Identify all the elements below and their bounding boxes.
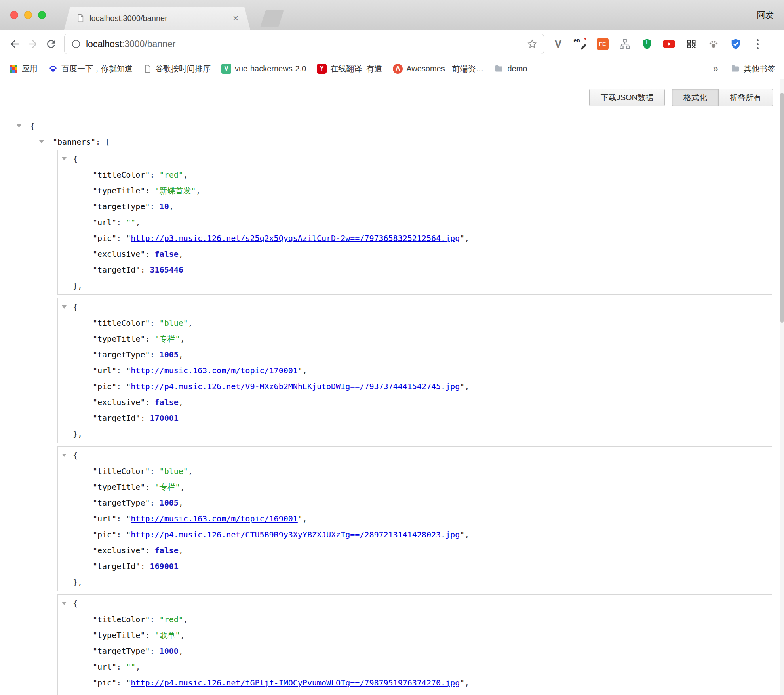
page-icon	[143, 65, 152, 73]
extension-paw-button[interactable]	[706, 36, 721, 52]
bookmark-apps[interactable]: 应用	[9, 63, 38, 74]
json-line: "targetType": 1000,	[58, 643, 772, 659]
window-close-button[interactable]	[10, 11, 18, 19]
kebab-menu-icon	[757, 39, 759, 49]
json-array-item: {"titleColor": "red","typeTitle": "歌单","…	[57, 594, 772, 695]
json-url-link[interactable]: http://p4.music.126.net/V9-MXz6b2MNhEKju…	[131, 382, 460, 391]
json-url-link[interactable]: http://music.163.com/m/topic/170001	[131, 366, 297, 375]
back-button[interactable]	[6, 35, 24, 53]
bookmark-label: demo	[507, 64, 527, 73]
json-line: "pic": "http://p4.music.126.net/CTU5B9R9…	[58, 527, 772, 542]
json-line: "titleColor": "blue",	[58, 315, 772, 331]
json-line: "pic": "http://p4.music.126.net/tGPljf-I…	[58, 675, 772, 691]
browser-menu-button[interactable]	[750, 36, 765, 52]
json-actions-bar: 下载JSON数据 格式化 折叠所有	[0, 79, 784, 106]
collapse-all-button[interactable]: 折叠所有	[718, 89, 773, 106]
json-line: "exclusive": false,	[58, 542, 772, 558]
extension-translate-button[interactable]: en	[573, 36, 588, 52]
forward-button[interactable]	[24, 35, 42, 53]
json-line: "url": "",	[58, 659, 772, 675]
extension-fe-button[interactable]: FE	[595, 36, 610, 52]
extension-shield-t-button[interactable]: T	[639, 36, 654, 52]
paw-icon	[708, 38, 719, 50]
reload-button[interactable]	[42, 35, 60, 53]
baidu-paw-icon	[48, 64, 58, 73]
url-bar[interactable]: localhost:3000/banner	[64, 34, 544, 54]
reload-icon	[45, 38, 57, 50]
url-host: localhost	[86, 39, 122, 49]
json-line: "url": "",	[58, 214, 772, 230]
collapse-triangle-icon[interactable]	[62, 157, 67, 160]
extension-vimium-button[interactable]: V	[551, 36, 565, 52]
download-json-button[interactable]: 下载JSON数据	[589, 89, 665, 106]
extension-shield-check-button[interactable]	[728, 36, 743, 52]
json-line: "titleColor": "blue",	[58, 463, 772, 479]
json-line: "typeTitle": "专栏",	[58, 479, 772, 495]
tab-title: localhost:3000/banner	[89, 14, 228, 23]
tab-bar: localhost:3000/banner × 阿发	[0, 0, 784, 30]
json-url-link[interactable]: http://music.163.com/m/topic/169001	[131, 514, 297, 523]
page-favicon-icon	[76, 14, 85, 23]
page-info-icon[interactable]	[71, 39, 81, 49]
json-line: "targetType": 10,	[58, 199, 772, 214]
en-translate-icon: en	[574, 37, 587, 51]
collapse-triangle-icon[interactable]	[62, 305, 67, 309]
window-controls	[10, 11, 46, 19]
format-button[interactable]: 格式化	[672, 89, 719, 106]
json-line: "titleColor": "red",	[58, 611, 772, 627]
blue-shield-icon	[730, 38, 742, 50]
new-tab-button[interactable]	[260, 10, 284, 27]
json-url-link[interactable]: http://p3.music.126.net/s25q2x5QyqsAzilC…	[131, 233, 460, 243]
scrollbar-thumb[interactable]	[780, 93, 784, 323]
extensions-row: V en FE T	[551, 36, 765, 52]
json-line: "typeTitle": "专栏",	[58, 331, 772, 347]
extension-orgchart-button[interactable]	[617, 36, 632, 52]
collapse-triangle-icon[interactable]	[62, 454, 67, 457]
bookmark-demo-folder[interactable]: demo	[494, 64, 527, 73]
json-line: {	[58, 596, 772, 611]
json-url-link[interactable]: http://p4.music.126.net/tGPljf-IMOCyPvum…	[131, 678, 460, 687]
bookmark-label: 百度一下，你就知道	[61, 63, 133, 74]
collapse-triangle-icon[interactable]	[62, 602, 67, 605]
url-path: :3000/banner	[122, 39, 176, 49]
other-bookmarks[interactable]: 其他书签	[731, 63, 775, 74]
browser-tab[interactable]: localhost:3000/banner ×	[64, 7, 250, 30]
tab-close-icon[interactable]: ×	[233, 13, 238, 23]
json-line: },	[58, 574, 772, 590]
extension-qr-button[interactable]	[684, 36, 698, 52]
bookmark-vue-hackernews[interactable]: V vue-hackernews-2.0	[221, 64, 306, 74]
json-line: "titleColor": "red",	[58, 167, 772, 183]
youdao-icon: Y	[317, 64, 327, 74]
bookmark-star-icon[interactable]	[527, 39, 537, 49]
json-line: "exclusive": false,	[58, 691, 772, 695]
scrollbar-track[interactable]	[780, 79, 784, 695]
json-line: "targetId": 169001	[58, 558, 772, 574]
json-line: "exclusive": false,	[58, 394, 772, 410]
apps-grid-icon	[9, 64, 18, 73]
green-shield-icon: T	[641, 38, 653, 50]
json-line: "targetType": 1005,	[58, 495, 772, 511]
bookmark-youdao-translate[interactable]: Y 在线翻译_有道	[317, 63, 382, 74]
json-url-link[interactable]: http://p4.music.126.net/CTU5B9R9y3XyYBZX…	[131, 530, 460, 539]
json-line: "typeTitle": "新碟首发",	[58, 183, 772, 199]
bookmarks-bar: 应用 百度一下，你就知道 谷歌按时间排序 V vue-hackernews-2.…	[0, 58, 784, 79]
folder-icon	[731, 64, 740, 73]
collapse-triangle-icon[interactable]	[17, 124, 21, 128]
window-zoom-button[interactable]	[38, 11, 46, 19]
forward-arrow-icon	[27, 38, 39, 50]
collapse-triangle-icon[interactable]	[39, 140, 44, 143]
window-minimize-button[interactable]	[24, 11, 32, 19]
json-line: },	[58, 278, 772, 294]
bookmarks-overflow-chevron[interactable]: »	[712, 63, 720, 74]
json-line: "pic": "http://p3.music.126.net/s25q2x5Q…	[58, 230, 772, 246]
profile-name[interactable]: 阿发	[757, 0, 774, 30]
bookmark-awesomes[interactable]: A Awesomes - 前端资…	[393, 63, 483, 74]
other-bookmarks-label: 其他书签	[744, 63, 775, 74]
extension-youtube-button[interactable]	[662, 36, 676, 52]
bookmark-baidu[interactable]: 百度一下，你就知道	[48, 63, 133, 74]
vimium-icon: V	[554, 38, 561, 50]
bookmark-google-sort[interactable]: 谷歌按时间排序	[143, 63, 211, 74]
json-line: "banners": [	[0, 134, 784, 150]
json-line: {	[58, 447, 772, 463]
json-line: "url": "http://music.163.com/m/topic/170…	[58, 363, 772, 378]
